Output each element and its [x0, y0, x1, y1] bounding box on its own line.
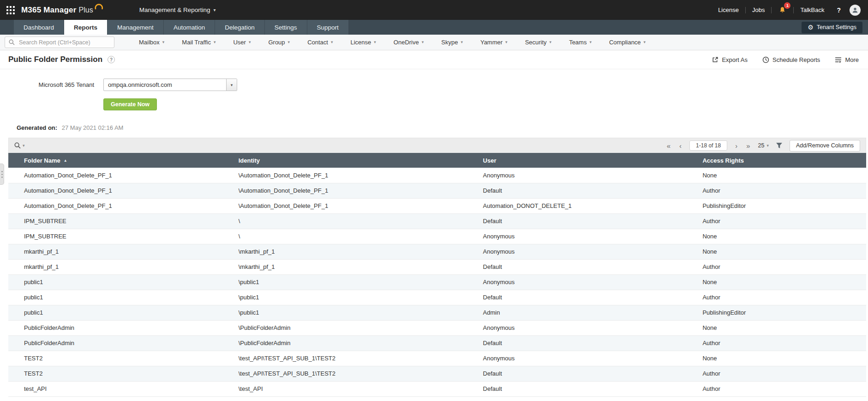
table-row[interactable]: TEST2\test_API\TEST_API_SUB_1\TEST2Defau… [8, 366, 866, 381]
table-cell: \Automation_Donot_Delete_PF_1 [223, 198, 467, 213]
table-cell: \PublicFolderAdmin [223, 320, 467, 335]
table-row[interactable]: IPM_SUBTREE\DefaultAuthor [8, 213, 866, 229]
table-cell: IPM_SUBTREE [8, 229, 223, 244]
chevron-down-icon: ▾ [505, 40, 508, 44]
table-row[interactable]: public1\public1DefaultAuthor [8, 290, 866, 305]
report-menu-mail-traffic[interactable]: Mail Traffic▾ [173, 35, 224, 50]
table-cell: \mkarthi_pf_1 [223, 259, 467, 274]
schedule-reports-button[interactable]: Schedule Reports [762, 56, 820, 63]
jobs-link[interactable]: Jobs [746, 6, 771, 13]
table-row[interactable]: public1\public1AnonymousNone [8, 274, 866, 290]
help-circle-icon[interactable]: ? [108, 56, 115, 63]
table-cell: PublicFolderAdmin [8, 335, 223, 351]
table-cell: \test_API\TEST_API_SUB_1\TEST2 [223, 366, 467, 381]
report-menu-items: Mailbox▾Mail Traffic▾User▾Group▾Contact▾… [130, 35, 654, 50]
report-menu-skype[interactable]: Skype▾ [432, 35, 472, 50]
table-row[interactable]: test_API\test_APIDefaultAuthor [8, 381, 866, 396]
talkback-link[interactable]: TalkBack [794, 6, 831, 13]
table-cell: Default [467, 381, 687, 396]
table-row[interactable]: Automation_Donot_Delete_PF_1\Automation_… [8, 168, 866, 183]
chevron-down-icon: ▾ [766, 144, 769, 148]
grid-search-button[interactable]: ▾ [14, 142, 25, 149]
report-grid: ▾ « ‹ 1-18 of 18 › » 25 ▾ Add/Remove Col… [8, 138, 866, 397]
table-row[interactable]: Automation_Donot_Delete_PF_1\Automation_… [8, 198, 866, 213]
next-page-button[interactable]: › [734, 142, 738, 149]
table-row[interactable]: mkarthi_pf_1\mkarthi_pf_1DefaultAuthor [8, 259, 866, 274]
table-cell: \ [223, 229, 467, 244]
page-size-select[interactable]: 25 ▾ [758, 142, 769, 149]
column-header-identity[interactable]: Identity [223, 153, 467, 168]
table-row[interactable]: mkarthi_pf_1\mkarthi_pf_1AnonymousNone [8, 244, 866, 259]
tab-reports[interactable]: Reports [64, 20, 107, 35]
tab-settings[interactable]: Settings [265, 20, 307, 35]
search-input[interactable] [5, 36, 114, 48]
report-menu-onedrive[interactable]: OneDrive▾ [385, 35, 432, 50]
report-menu-mailbox[interactable]: Mailbox▾ [130, 35, 173, 50]
help-icon[interactable]: ? [831, 6, 847, 14]
report-menu-contact[interactable]: Contact▾ [299, 35, 341, 50]
tab-support[interactable]: Support [307, 20, 348, 35]
column-header-folder-name[interactable]: Folder Name▲ [8, 153, 223, 168]
export-icon [712, 56, 718, 63]
tenant-select[interactable]: ompqa.onmicrosoft.com ▾ [103, 79, 237, 91]
report-menu-compliance[interactable]: Compliance▾ [600, 35, 654, 50]
table-row[interactable]: Automation_Donot_Delete_PF_1\Automation_… [8, 183, 866, 198]
report-menu-yammer[interactable]: Yammer▾ [472, 35, 516, 50]
table-row[interactable]: PublicFolderAdmin\PublicFolderAdminDefau… [8, 335, 866, 351]
tab-dashboard[interactable]: Dashboard [14, 20, 64, 35]
table-cell: Automation_Donot_Delete_PF_1 [8, 168, 223, 183]
last-page-button[interactable]: » [745, 142, 751, 149]
table-cell: Anonymous [467, 244, 687, 259]
notification-badge: 1 [784, 2, 790, 9]
tenant-settings-button[interactable]: ⚙ Tenant Settings [802, 22, 862, 33]
report-menu-license[interactable]: License▾ [341, 35, 384, 50]
table-row[interactable]: PublicFolderAdmin\PublicFolderAdminAnony… [8, 320, 866, 335]
menu-item-label: User [233, 39, 245, 46]
table-cell: Author [687, 290, 866, 305]
table-cell: Anonymous [467, 320, 687, 335]
table-row[interactable]: TEST2\test_API\TEST_API_SUB_1\TEST2Anony… [8, 351, 866, 366]
tab-delegation[interactable]: Delegation [215, 20, 264, 35]
report-menu-security[interactable]: Security▾ [516, 35, 561, 50]
report-menu-teams[interactable]: Teams▾ [560, 35, 600, 50]
column-header-user[interactable]: User [467, 153, 687, 168]
tab-automation[interactable]: Automation [164, 20, 215, 35]
notifications-button[interactable]: 1 [772, 6, 793, 13]
app-grid-icon[interactable] [6, 6, 15, 14]
menu-item-label: Compliance [609, 39, 641, 46]
license-link[interactable]: License [712, 6, 745, 13]
logo-swirl-icon [94, 4, 103, 10]
chevron-down-icon: ▾ [249, 40, 251, 44]
table-row[interactable]: public1\public1AdminPublishingEditor [8, 305, 866, 320]
tab-management[interactable]: Management [108, 20, 163, 35]
table-cell: None [687, 320, 866, 335]
table-row[interactable]: IPM_SUBTREE\AnonymousNone [8, 229, 866, 244]
report-menu-group[interactable]: Group▾ [259, 35, 299, 50]
prev-page-button[interactable]: ‹ [678, 142, 682, 149]
table-cell: \public1 [223, 305, 467, 320]
table-cell: Anonymous [467, 168, 687, 183]
generate-now-button[interactable]: Generate Now [103, 98, 157, 110]
export-as-button[interactable]: Export As [712, 56, 748, 63]
sort-asc-icon: ▲ [64, 158, 67, 163]
table-cell: None [687, 229, 866, 244]
chevron-down-icon: ▾ [162, 40, 165, 44]
table-cell: Author [687, 381, 866, 396]
menu-item-label: Mail Traffic [182, 39, 211, 46]
more-label: More [845, 56, 859, 63]
filter-icon[interactable] [776, 142, 783, 149]
report-form: Microsoft 365 Tenant ompqa.onmicrosoft.c… [0, 69, 868, 110]
column-header-access-rights[interactable]: Access Rights [687, 153, 866, 168]
table-cell: Anonymous [467, 351, 687, 366]
menu-item-label: Mailbox [139, 39, 160, 46]
sidebar-collapse-handle[interactable] [0, 164, 4, 185]
report-menu-user[interactable]: User▾ [224, 35, 259, 50]
topbar-right: License Jobs 1 TalkBack ? [712, 5, 861, 16]
first-page-button[interactable]: « [666, 142, 671, 149]
table-cell: None [687, 244, 866, 259]
user-avatar[interactable] [850, 5, 861, 16]
table-cell: IPM_SUBTREE [8, 213, 223, 229]
more-button[interactable]: More [835, 56, 859, 63]
add-remove-columns-button[interactable]: Add/Remove Columns [790, 140, 860, 152]
context-switcher[interactable]: Management & Reporting ▾ [139, 6, 216, 13]
